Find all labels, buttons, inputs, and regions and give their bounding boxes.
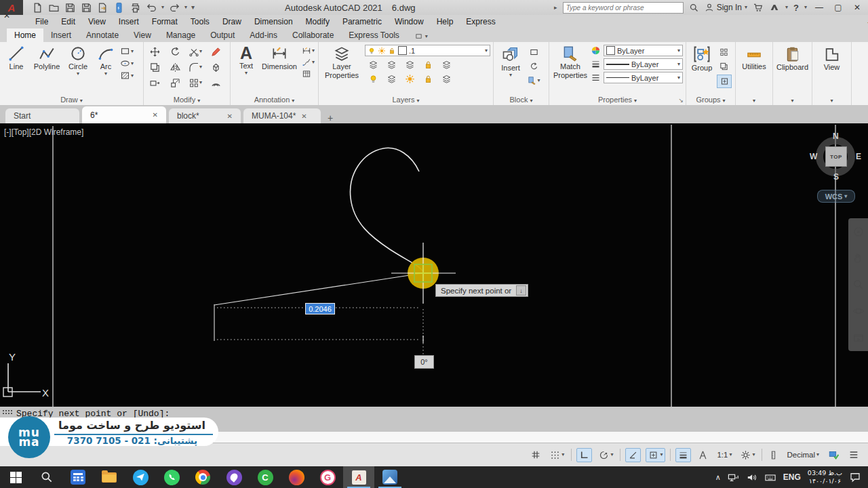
isodraft-toggle[interactable] [696, 449, 710, 462]
command-window-grip[interactable] [2, 409, 14, 415]
units-icon-button[interactable] [767, 449, 780, 462]
menu-dimension[interactable]: Dimension [254, 17, 293, 26]
layer-on-tool[interactable] [366, 73, 380, 85]
panel-utilities-caret[interactable]: ▾ [736, 96, 772, 104]
panel-groups-label[interactable]: Groups ▾ [686, 96, 735, 104]
taskbar-firefox[interactable] [281, 466, 312, 488]
menu-tools[interactable]: Tools [191, 17, 210, 26]
layer-select[interactable]: .1 ▾ [365, 45, 490, 56]
arc-tool[interactable]: Arc ▾ [94, 45, 118, 81]
minimize-button[interactable]: — [812, 3, 826, 12]
menu-modify[interactable]: Modify [306, 17, 330, 26]
clipboard-button[interactable]: Clipboard [773, 42, 812, 72]
erase-tool[interactable] [209, 45, 222, 58]
menu-file[interactable]: File [35, 17, 48, 26]
workspace-switching-button[interactable]: ▾ [738, 449, 757, 462]
compass-south[interactable]: S [833, 172, 839, 182]
share-mobile-button[interactable] [113, 1, 125, 14]
polar-tracking-toggle[interactable]: ▾ [597, 449, 615, 462]
lineweight-toggle[interactable] [675, 448, 691, 462]
help-button[interactable]: ? [793, 3, 799, 13]
menu-express[interactable]: Express [466, 17, 495, 26]
arc-caret-icon[interactable]: ▾ [104, 71, 107, 77]
menu-help[interactable]: Help [437, 17, 454, 26]
ribbon-tab-manage[interactable]: Manage [159, 28, 203, 42]
redo-button[interactable] [168, 1, 180, 14]
layer-unisolate-tool[interactable] [384, 73, 398, 85]
ribbon-tab-addins[interactable]: Add-ins [242, 28, 285, 42]
menu-view[interactable]: View [88, 17, 106, 26]
qat-customize-icon[interactable]: ▾ [191, 4, 195, 11]
ortho-toggle[interactable] [576, 448, 592, 462]
circle-caret-icon[interactable]: ▾ [77, 71, 79, 77]
view-button[interactable]: View [812, 42, 851, 72]
doc-tab-start[interactable]: Start [5, 108, 79, 123]
snap-toggle[interactable]: ▾ [548, 449, 566, 462]
ribbon-tab-view[interactable]: View [126, 28, 159, 42]
table-tool[interactable] [301, 69, 315, 79]
search-expand-icon[interactable]: ▸ [554, 4, 557, 11]
ribbon-tab-annotate[interactable]: Annotate [79, 28, 126, 42]
taskbar-chrome[interactable] [187, 466, 218, 488]
compass-north[interactable]: N [833, 131, 839, 141]
dynamic-distance-input[interactable]: 0.2046 [305, 303, 335, 314]
scale-tool[interactable] [168, 77, 182, 89]
new-file-button[interactable] [31, 1, 43, 14]
taskbar-clock[interactable]: 03:49 ب.ظ ۱۴۰۰/۰۱/۰۶ [808, 469, 842, 485]
ribbon-tab-insert[interactable]: Insert [43, 28, 79, 42]
start-button[interactable] [0, 466, 31, 488]
search-icon[interactable] [689, 3, 699, 13]
ribbon-tab-home[interactable]: Home [7, 28, 43, 42]
panel-modify-label[interactable]: Modify ▾ [144, 96, 230, 104]
match-properties-button[interactable]: Match Properties [553, 45, 588, 83]
text-tool[interactable]: A Text ▾ [235, 45, 258, 79]
grid-toggle[interactable] [528, 448, 543, 462]
menu-window[interactable]: Window [395, 17, 424, 26]
layer-thaw-tool[interactable] [403, 73, 416, 85]
rotate-tool[interactable] [168, 45, 182, 58]
action-center-icon[interactable] [849, 471, 861, 483]
stretch-tool[interactable] [148, 77, 161, 89]
volume-icon[interactable] [746, 472, 757, 483]
taskbar-telegram[interactable] [125, 466, 156, 488]
save-as-button[interactable] [80, 1, 92, 14]
save-button[interactable] [64, 1, 76, 14]
panel-properties-label[interactable]: Properties ▾ [549, 96, 686, 104]
viewcube[interactable]: N W E S TOP [812, 134, 859, 180]
line-tool[interactable]: Line [3, 45, 30, 81]
layer-isolate-tool[interactable] [384, 58, 398, 70]
mirror-tool[interactable] [168, 61, 182, 73]
app-store-cart-icon[interactable] [753, 2, 764, 13]
dynamic-input-more-icon[interactable]: ↓ [516, 285, 526, 296]
object-snap-tracking-toggle[interactable]: ▾ [646, 448, 665, 462]
taskbar-eitaa[interactable] [218, 466, 250, 488]
export-button[interactable] [96, 1, 108, 14]
undo-caret-icon[interactable]: ▾ [161, 5, 164, 10]
layer-off-tool[interactable] [366, 58, 380, 70]
leader-tool[interactable]: ▾ [301, 58, 315, 67]
taskbar-whatsapp[interactable] [156, 466, 187, 488]
menu-format[interactable]: Format [152, 17, 178, 26]
menu-parametric[interactable]: Parametric [342, 17, 382, 26]
graphics-performance-button[interactable] [826, 449, 842, 462]
taskbar-photos[interactable] [374, 466, 406, 488]
touch-keyboard-icon[interactable] [764, 472, 776, 483]
drawing-canvas[interactable]: Y X [-][Top][2D Wireframe] N W E S TOP W… [0, 123, 868, 407]
taskbar-calculator[interactable] [62, 466, 94, 488]
linear-dim-tool[interactable]: ▾ [301, 46, 315, 56]
language-indicator[interactable]: ENG [783, 472, 801, 482]
taskbar-file-explorer[interactable] [94, 466, 125, 488]
utilities-button[interactable]: Utilities [736, 42, 772, 71]
panel-block-label[interactable]: Block ▾ [494, 96, 549, 104]
panel-layers-label[interactable]: Layers ▾ [319, 96, 493, 104]
group-selection-toggle[interactable] [717, 75, 732, 88]
compass-east[interactable]: E [856, 152, 861, 161]
circle-tool[interactable]: Circle ▾ [64, 45, 92, 81]
plot-button[interactable] [129, 1, 141, 14]
compass-west[interactable]: W [810, 152, 817, 161]
ribbon-tab-express-tools[interactable]: Express Tools [341, 28, 406, 42]
restore-button[interactable]: ▢ [831, 3, 845, 12]
taskbar-gap[interactable]: G [312, 466, 343, 488]
layer-freeze-tool[interactable] [403, 58, 416, 70]
panel-draw-label[interactable]: Draw ▾ [0, 96, 143, 104]
